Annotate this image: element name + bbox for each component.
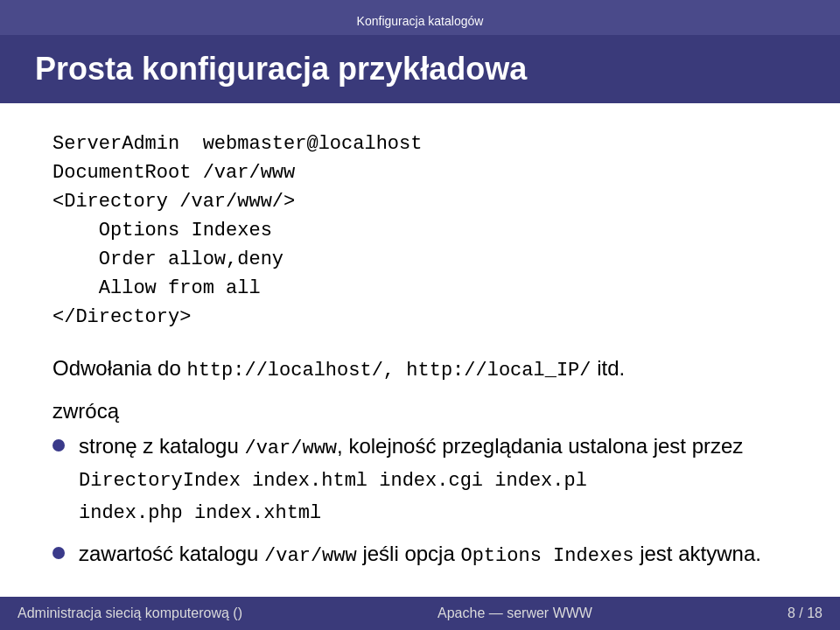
references-section: Odwołania do http://localhost/, http://l… [52, 353, 788, 385]
top-bar-text: Konfiguracja katalogów [357, 14, 484, 28]
title-bar: Prosta konfiguracja przykładowa [0, 35, 840, 103]
code-line-7: </Directory> [52, 303, 788, 332]
code-line-5: Order allow,deny [52, 245, 788, 274]
footer: Administracja siecią komputerową () Apac… [0, 597, 840, 630]
page-title: Prosta konfiguracja przykładowa [35, 51, 805, 88]
bullet1-code1: /var/www [244, 438, 337, 459]
bullet2-code2: Options Indexes [460, 545, 634, 567]
main-content: ServerAdmin webmaster@localhost Document… [0, 103, 840, 598]
bullet2-prefix: zawartość katalogu [79, 542, 264, 565]
code-block: ServerAdmin webmaster@localhost Document… [52, 130, 788, 332]
footer-right: 8 / 18 [788, 606, 822, 621]
bullet1-code2: DirectoryIndex index.html index.cgi inde… [79, 470, 587, 492]
bullet-list: stronę z katalogu /var/www, kolejność pr… [52, 430, 788, 570]
bullet2-code1: /var/www [264, 545, 357, 567]
references-urls: http://localhost/, http://local_IP/ [186, 360, 591, 382]
list-item-1: stronę z katalogu /var/www, kolejność pr… [52, 430, 788, 528]
code-line-6: Allow from all [52, 274, 788, 303]
returns-label: zwrócą [52, 399, 788, 424]
code-line-2: DocumentRoot /var/www [52, 158, 788, 187]
code-line-1: ServerAdmin webmaster@localhost [52, 130, 788, 158]
footer-left: Administracja siecią komputerową () [18, 606, 242, 621]
references-suffix: itd. [592, 356, 626, 380]
bullet1-text: , kolejność przeglądania ustalona jest p… [337, 434, 743, 458]
bullet2-text: jeśli opcja [357, 542, 461, 565]
code-line-4: Options Indexes [52, 216, 788, 245]
bullet1-prefix: stronę z katalogu [79, 434, 244, 458]
list-item-2: zawartość katalogu /var/www jeśli opcja … [52, 538, 788, 570]
top-bar: Konfiguracja katalogów [0, 0, 840, 35]
bullet1-code3: index.php index.xhtml [79, 502, 321, 524]
references-prefix: Odwołania do [52, 356, 186, 380]
footer-center: Apache — serwer WWW [438, 606, 592, 621]
code-line-3: <Directory /var/www/> [52, 187, 788, 216]
bullet2-suffix: jest aktywna. [634, 542, 761, 565]
